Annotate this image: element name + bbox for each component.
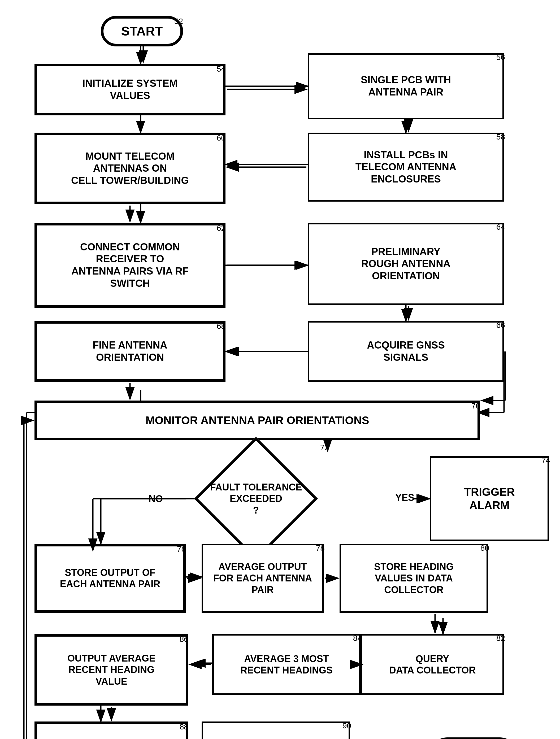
node-76-ref: 76 — [177, 544, 186, 554]
node-54: INITIALIZE SYSTEM VALUES 54 — [34, 64, 226, 115]
node-60-ref: 60 — [217, 133, 226, 143]
node-68-ref: 68 — [217, 321, 226, 331]
node-80: STORE HEADING VALUES IN DATA COLLECTOR 8… — [339, 544, 488, 613]
node-62-label: CONNECT COMMON RECEIVER TO ANTENNA PAIRS… — [72, 241, 188, 289]
node-60: MOUNT TELECOM ANTENNAS ON CELL TOWER/BUI… — [34, 133, 226, 204]
node-54-label: INITIALIZE SYSTEM VALUES — [83, 78, 178, 102]
node-88: SEQUENTIALLY CONNECT RECEIVER TO ANTENNA… — [34, 722, 188, 739]
node-74-label: TRIGGER ALARM — [464, 485, 515, 512]
node-64-ref: 64 — [496, 222, 505, 232]
node-90-ref: 90 — [342, 721, 351, 731]
node-66-label: ACQUIRE GNSS SIGNALS — [367, 339, 445, 363]
node-84-ref: 84 — [353, 633, 362, 643]
end-ref: 92 — [509, 738, 517, 739]
node-76: STORE OUTPUT OF EACH ANTENNA PAIR 76 — [34, 544, 186, 613]
node-82-ref: 82 — [496, 633, 505, 643]
node-74: TRIGGER ALARM 74 — [430, 456, 549, 541]
node-66-ref: 66 — [496, 320, 505, 330]
node-70: MONITOR ANTENNA PAIR ORIENTATIONS 70 — [34, 401, 480, 440]
node-88-ref: 88 — [179, 722, 188, 732]
node-56-label: SINGLE PCB WITH ANTENNA PAIR — [361, 74, 451, 98]
start-label: START — [121, 24, 163, 39]
node-76-label: STORE OUTPUT OF EACH ANTENNA PAIR — [60, 567, 160, 590]
node-82-label: QUERY DATA COLLECTOR — [389, 653, 476, 676]
node-86-label: OUTPUT AVERAGE RECENT HEADING VALUE — [67, 652, 155, 687]
node-74-ref: 74 — [541, 456, 550, 465]
node-62-ref: 62 — [217, 224, 226, 233]
no-label: NO — [149, 493, 163, 504]
node-54-ref: 54 — [217, 64, 226, 74]
yes-label: YES — [395, 492, 414, 503]
node-84: AVERAGE 3 MOST RECENT HEADINGS 84 — [212, 634, 361, 695]
node-64: PRELIMINARY ROUGH ANTENNA ORIENTATION 64 — [308, 223, 504, 305]
node-58-ref: 58 — [496, 132, 505, 142]
node-72-ref: 72 — [320, 443, 329, 452]
node-86-ref: 86 — [179, 634, 188, 644]
end-node: END 92 — [430, 737, 517, 739]
node-78-label: AVERAGE OUTPUT FOR EACH ANTENNA PAIR — [213, 561, 312, 595]
node-56: SINGLE PCB WITH ANTENNA PAIR 56 — [308, 53, 504, 119]
node-66: ACQUIRE GNSS SIGNALS 66 — [308, 321, 504, 382]
node-58-label: INSTALL PCBs IN TELECOM ANTENNA ENCLOSUR… — [356, 149, 456, 185]
node-80-ref: 80 — [480, 543, 489, 553]
node-70-ref: 70 — [471, 401, 480, 411]
node-56-ref: 56 — [496, 52, 505, 62]
node-72: FAULT TOLERANCE EXCEEDED ? 72 — [186, 446, 326, 552]
node-64-label: PRELIMINARY ROUGH ANTENNA ORIENTATION — [361, 246, 450, 282]
node-68-label: FINE ANTENNA ORIENTATION — [93, 339, 167, 363]
node-60-label: MOUNT TELECOM ANTENNAS ON CELL TOWER/BUI… — [71, 150, 189, 187]
node-82: QUERY DATA COLLECTOR 82 — [361, 634, 504, 695]
node-70-label: MONITOR ANTENNA PAIR ORIENTATIONS — [145, 414, 369, 427]
node-72-label: FAULT TOLERANCE EXCEEDED ? — [210, 481, 302, 516]
node-80-label: STORE HEADING VALUES IN DATA COLLECTOR — [374, 561, 453, 595]
node-90: OUTPUT ANTENNA ORIENTAIONS 90 — [201, 722, 350, 739]
node-58: INSTALL PCBs IN TELECOM ANTENNA ENCLOSUR… — [308, 133, 504, 201]
node-78: AVERAGE OUTPUT FOR EACH ANTENNA PAIR 78 — [201, 544, 324, 613]
flowchart: START 52 INITIALIZE SYSTEM VALUES 54 SIN… — [0, 0, 560, 739]
start-node: START 52 — [101, 16, 183, 46]
start-ref: 52 — [174, 16, 183, 26]
node-68: FINE ANTENNA ORIENTATION 68 — [34, 321, 226, 382]
node-86: OUTPUT AVERAGE RECENT HEADING VALUE 86 — [34, 634, 188, 706]
node-84-label: AVERAGE 3 MOST RECENT HEADINGS — [240, 653, 333, 676]
node-62: CONNECT COMMON RECEIVER TO ANTENNA PAIRS… — [34, 223, 226, 308]
